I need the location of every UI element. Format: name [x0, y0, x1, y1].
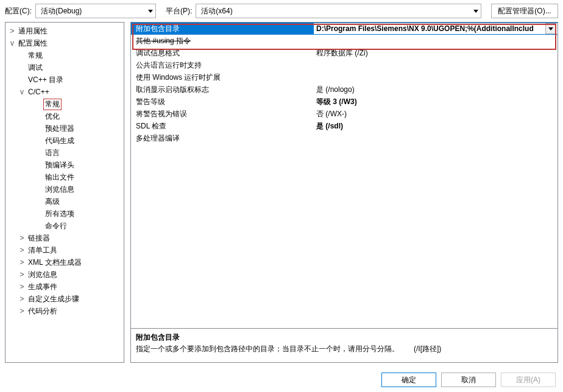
tree-label: 输出文件	[43, 172, 76, 183]
tree-label: 浏览信息	[43, 184, 76, 195]
property-row[interactable]: 取消显示启动版权标志是 (/nologo)	[131, 83, 558, 96]
chevron-down-icon	[148, 10, 153, 13]
description-title: 附加包含目录	[136, 332, 553, 343]
tree-item[interactable]: 常规	[5, 98, 124, 110]
chevron-down-icon	[548, 27, 553, 30]
chevron-right-icon[interactable]: >	[18, 258, 26, 267]
property-tree[interactable]: >通用属性v配置属性常规调试VC++ 目录vC/C++常规优化预处理器代码生成语…	[5, 22, 124, 363]
tree-label: 命令行	[43, 220, 69, 232]
config-value: 活动(Debug)	[41, 6, 82, 16]
chevron-right-icon[interactable]: >	[18, 295, 26, 303]
tree-item[interactable]: VC++ 目录	[5, 74, 124, 86]
tree-label: 常规	[26, 50, 44, 61]
property-row[interactable]: 警告等级等级 3 (/W3)	[131, 96, 558, 108]
tree-item[interactable]: 高级	[5, 195, 124, 208]
property-row[interactable]: 调试信息格式程序数据库 (/Zi)	[131, 47, 558, 59]
tree-label: 代码分析	[26, 306, 59, 317]
tree-item[interactable]: >生成事件	[5, 281, 124, 293]
property-value[interactable]: 是 (/sdl)	[314, 121, 558, 131]
tree-label: C/C++	[26, 87, 51, 97]
tree-item[interactable]: 常规	[5, 49, 124, 61]
chevron-down-icon[interactable]: v	[18, 88, 26, 96]
platform-select[interactable]: 活动(x64)	[196, 4, 481, 18]
property-row[interactable]: SDL 检查是 (/sdl)	[131, 120, 558, 132]
tree-item[interactable]: 代码生成	[5, 135, 124, 147]
description-panel: 附加包含目录 指定一个或多个要添加到包含路径中的目录；当目录不止一个时，请用分号…	[131, 328, 558, 362]
property-value[interactable]: 是 (/nologo)	[314, 85, 558, 95]
property-name: 将警告视为错误	[131, 109, 314, 119]
property-name: 其他 #using 指令	[131, 36, 314, 46]
apply-button[interactable]: 应用(A)	[501, 373, 556, 387]
property-row[interactable]: 附加包含目录D:\Program Files\Siemens\NX 9.0\UG…	[131, 23, 558, 35]
property-name: 多处理器编译	[131, 133, 314, 144]
tree-label: 预编译头	[43, 159, 76, 171]
chevron-down-icon	[473, 10, 478, 13]
tree-label: 清单工具	[26, 245, 59, 256]
tree-item[interactable]: 优化	[5, 110, 124, 122]
tree-item[interactable]: 调试	[5, 61, 124, 74]
tree-item[interactable]: 命令行	[5, 220, 124, 232]
tree-item[interactable]: 浏览信息	[5, 183, 124, 195]
chevron-down-icon[interactable]: v	[8, 39, 16, 47]
property-name: 调试信息格式	[131, 48, 314, 58]
property-value[interactable]: D:\Program Files\Siemens\NX 9.0\UGOPEN;%…	[314, 23, 558, 34]
tree-item[interactable]: 输出文件	[5, 171, 124, 183]
tree-label: 代码生成	[43, 135, 76, 147]
config-select[interactable]: 活动(Debug)	[35, 4, 156, 18]
tree-label: 配置属性	[16, 38, 49, 49]
tree-item[interactable]: >清单工具	[5, 244, 124, 256]
tree-label: 所有选项	[43, 208, 76, 220]
tree-item[interactable]: 预编译头	[5, 159, 124, 171]
property-name: 附加包含目录	[131, 24, 314, 34]
property-grid: 附加包含目录D:\Program Files\Siemens\NX 9.0\UG…	[131, 23, 558, 328]
platform-value: 活动(x64)	[201, 6, 232, 16]
tree-label: 通用属性	[16, 26, 49, 37]
config-manager-button[interactable]: 配置管理器(O)...	[491, 4, 558, 18]
tree-item[interactable]: >代码分析	[5, 305, 124, 317]
chevron-right-icon[interactable]: >	[18, 234, 26, 242]
tree-item[interactable]: v配置属性	[5, 37, 124, 49]
chevron-right-icon[interactable]: >	[18, 270, 26, 279]
property-name: SDL 检查	[131, 121, 314, 131]
tree-item[interactable]: 语言	[5, 147, 124, 159]
chevron-right-icon[interactable]: >	[18, 307, 26, 315]
cancel-button[interactable]: 取消	[441, 373, 496, 387]
property-value[interactable]: 等级 3 (/W3)	[314, 97, 558, 107]
tree-item[interactable]: >链接器	[5, 232, 124, 244]
property-name: 警告等级	[131, 97, 314, 107]
tree-label: 常规	[43, 99, 62, 110]
tree-label: 语言	[43, 147, 62, 159]
description-text: 指定一个或多个要添加到包含路径中的目录；当目录不止一个时，请用分号分隔。 (/I…	[136, 344, 553, 354]
property-row[interactable]: 公共语言运行时支持	[131, 59, 558, 71]
property-row[interactable]: 多处理器编译	[131, 132, 558, 144]
tree-item[interactable]: 预处理器	[5, 122, 124, 135]
property-name: 取消显示启动版权标志	[131, 85, 314, 95]
tree-label: 生成事件	[26, 281, 59, 293]
tree-item[interactable]: >通用属性	[5, 25, 124, 37]
property-value[interactable]: 程序数据库 (/Zi)	[314, 48, 558, 58]
chevron-right-icon[interactable]: >	[18, 246, 26, 254]
tree-label: 自定义生成步骤	[26, 293, 81, 305]
property-value[interactable]: 否 (/WX-)	[314, 109, 558, 119]
tree-label: 调试	[26, 62, 44, 74]
tree-label: VC++ 目录	[26, 74, 65, 86]
tree-label: 高级	[43, 196, 62, 208]
tree-item[interactable]: >浏览信息	[5, 268, 124, 281]
dropdown-button[interactable]	[545, 23, 556, 34]
ok-button[interactable]: 确定	[381, 373, 436, 387]
tree-item[interactable]: 所有选项	[5, 208, 124, 220]
chevron-right-icon[interactable]: >	[8, 27, 16, 35]
property-row[interactable]: 使用 Windows 运行时扩展	[131, 71, 558, 83]
tree-label: 优化	[43, 111, 62, 122]
property-row[interactable]: 其他 #using 指令	[131, 35, 558, 47]
tree-item[interactable]: >XML 文档生成器	[5, 256, 124, 268]
property-name: 公共语言运行时支持	[131, 60, 314, 71]
tree-label: 预处理器	[43, 123, 76, 135]
tree-item[interactable]: >自定义生成步骤	[5, 293, 124, 305]
platform-label: 平台(P):	[166, 6, 192, 16]
tree-label: 链接器	[26, 233, 52, 244]
chevron-right-icon[interactable]: >	[18, 282, 26, 291]
tree-item[interactable]: vC/C++	[5, 86, 124, 98]
config-label: 配置(C):	[5, 6, 32, 16]
property-row[interactable]: 将警告视为错误否 (/WX-)	[131, 108, 558, 120]
